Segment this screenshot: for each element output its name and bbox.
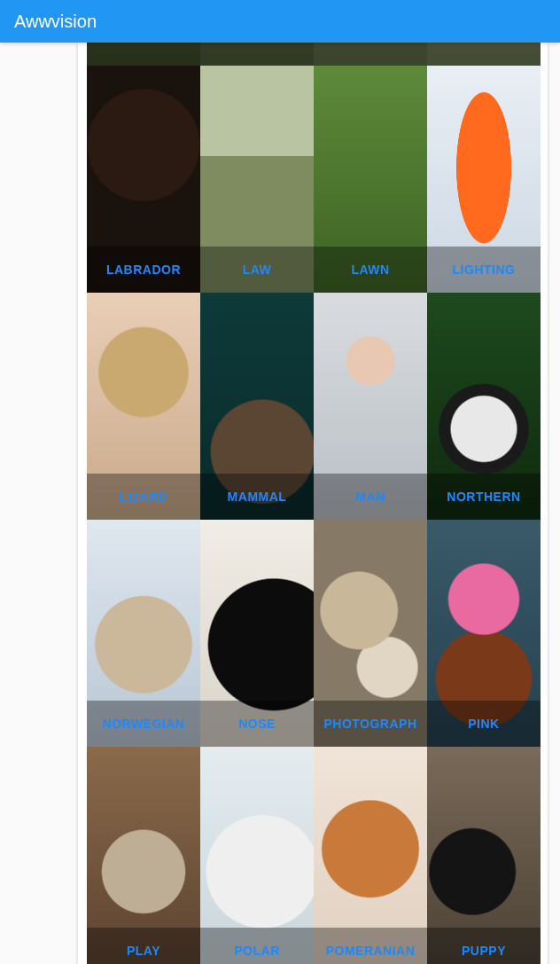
category-tile[interactable]: LAW	[200, 66, 314, 293]
category-tile[interactable]: PLAY	[87, 747, 200, 964]
category-label	[200, 43, 314, 66]
category-label: LABRADOR	[87, 247, 200, 293]
category-label: NOSE	[200, 701, 314, 747]
category-tile[interactable]: PUPPY	[427, 747, 541, 964]
category-label: NORWEGIAN	[87, 701, 200, 747]
category-tile[interactable]	[200, 43, 314, 66]
category-tile[interactable]: POLAR	[200, 747, 314, 964]
category-tile[interactable]: LIZARD	[87, 293, 200, 520]
category-tile[interactable]: NORTHERN	[427, 293, 541, 520]
app-title: Awwvision	[14, 12, 97, 32]
category-label	[87, 43, 200, 66]
app-bar: Awwvision	[0, 0, 560, 43]
category-grid: LABRADORLAWLAWNLIGHTINGLIZARDMAMMALMANNO…	[87, 43, 539, 964]
category-label: PINK	[427, 701, 541, 747]
category-tile[interactable]: MAN	[314, 293, 427, 520]
category-label	[314, 43, 427, 66]
category-tile[interactable]: LAWN	[314, 66, 427, 293]
category-label: LAWN	[314, 247, 427, 293]
category-tile[interactable]: LABRADOR	[87, 66, 200, 293]
category-tile[interactable]: PHOTOGRAPH	[314, 520, 427, 747]
category-label: POMERANIAN	[314, 928, 427, 964]
category-tile[interactable]: NORWEGIAN	[87, 520, 200, 747]
category-tile[interactable]: LIGHTING	[427, 66, 541, 293]
category-tile[interactable]: NOSE	[200, 520, 314, 747]
category-label: PLAY	[87, 928, 200, 964]
category-label: POLAR	[200, 928, 314, 964]
category-label: MAMMAL	[200, 474, 314, 520]
category-label: LAW	[200, 247, 314, 293]
category-tile[interactable]	[427, 43, 541, 66]
page-body: LABRADORLAWLAWNLIGHTINGLIZARDMAMMALMANNO…	[0, 43, 560, 964]
category-label: LIGHTING	[427, 247, 541, 293]
category-label	[427, 43, 541, 66]
category-label: PHOTOGRAPH	[314, 701, 427, 747]
category-tile[interactable]	[314, 43, 427, 66]
category-label: LIZARD	[87, 474, 200, 520]
category-label: NORTHERN	[427, 474, 541, 520]
category-tile[interactable]: POMERANIAN	[314, 747, 427, 964]
category-tile[interactable]: PINK	[427, 520, 541, 747]
category-label: MAN	[314, 474, 427, 520]
category-tile[interactable]: MAMMAL	[200, 293, 314, 520]
category-tile[interactable]	[87, 43, 200, 66]
gallery-card: LABRADORLAWLAWNLIGHTINGLIZARDMAMMALMANNO…	[78, 43, 548, 964]
category-label: PUPPY	[427, 928, 541, 964]
